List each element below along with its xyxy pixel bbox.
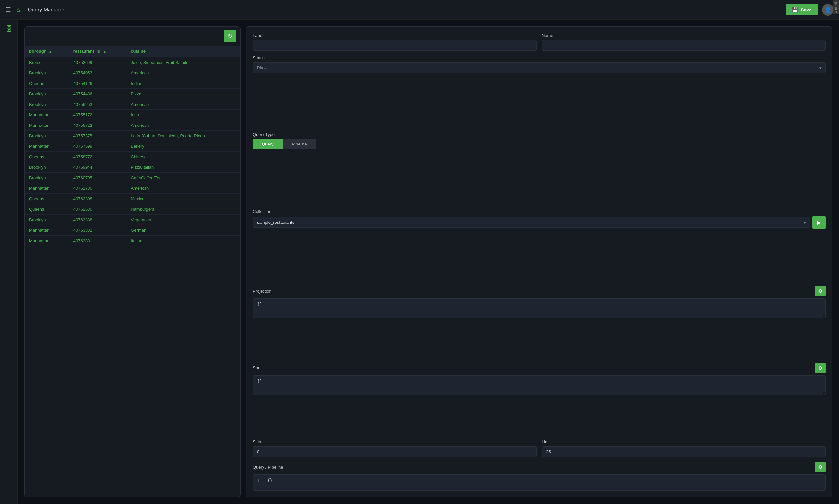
- cell-restaurant_id: 40758772: [69, 152, 126, 162]
- label-group: Label: [253, 33, 536, 51]
- cell-restaurant_id: 40763388: [69, 215, 126, 225]
- cell-restaurant_id: 40757375: [69, 131, 126, 141]
- table-toolbar: ↻: [24, 26, 240, 46]
- label-name-row: Label Name: [253, 33, 825, 51]
- cell-restaurant_id: 40757699: [69, 141, 126, 152]
- sort-arrow-borough: ▲: [49, 50, 52, 53]
- query-pipeline-section: Query / Pipeline ⚙ 1 {}: [253, 462, 825, 490]
- table-row: Brooklyn40754486Pizza: [24, 89, 240, 99]
- limit-label: Limit: [542, 439, 825, 444]
- hamburger-icon[interactable]: ☰: [5, 6, 11, 14]
- table-scroll[interactable]: borough ▲ restaurant_id ▲ cuisine: [24, 46, 240, 497]
- cell-restaurant_id: 40759944: [69, 162, 126, 173]
- name-label: Name: [542, 33, 825, 38]
- status-select[interactable]: Pick...: [253, 62, 825, 73]
- topnav: ☰ ⌂ › Query Manager › 💾 Save 👤 QM-1002: [0, 0, 839, 20]
- cell-borough: Queens: [24, 194, 69, 204]
- cell-cuisine: American: [126, 68, 240, 78]
- sort-settings-button[interactable]: ⚙: [815, 363, 825, 373]
- sort-header: Sort ⚙: [253, 363, 825, 373]
- cell-restaurant_id: 40763881: [69, 236, 126, 246]
- name-input[interactable]: [542, 40, 825, 51]
- cell-restaurant_id: 40755172: [69, 110, 126, 120]
- run-button[interactable]: ▶: [813, 216, 825, 229]
- table-row: Manhattan40757699Bakery: [24, 141, 240, 152]
- cell-cuisine: German: [126, 225, 240, 236]
- table-row: Bronx40752699Juice, Smoothies, Fruit Sal…: [24, 57, 240, 68]
- cell-borough: Brooklyn: [24, 131, 69, 141]
- projection-label: Projection: [253, 289, 272, 294]
- table-row: Queens40762308Mexican: [24, 194, 240, 204]
- col-restaurant-id[interactable]: restaurant_id ▲: [69, 46, 126, 57]
- pipeline-button[interactable]: Pipeline: [283, 139, 316, 149]
- col-borough-label: borough: [29, 49, 47, 54]
- line-number-1: 1: [257, 478, 264, 483]
- sort-settings-icon: ⚙: [818, 365, 823, 371]
- cell-borough: Manhattan: [24, 236, 69, 246]
- sort-arrow-restaurant-id: ▲: [103, 50, 106, 53]
- main-content: ↻ borough ▲ restaurant_id ▲: [18, 20, 839, 504]
- table-row: Brooklyn40760795Café/Coffee/Tea: [24, 173, 240, 183]
- query-type-group: Query Type Query Pipeline: [253, 132, 825, 204]
- query-line-1: 1 {}: [257, 478, 821, 483]
- avatar[interactable]: 👤: [822, 4, 834, 16]
- skip-input[interactable]: [253, 446, 536, 457]
- page-title: Query Manager: [28, 7, 64, 13]
- save-label: Save: [801, 7, 811, 13]
- home-icon[interactable]: ⌂: [16, 6, 20, 14]
- limit-input[interactable]: [542, 446, 825, 457]
- cell-borough: Brooklyn: [24, 173, 69, 183]
- refresh-button[interactable]: ↻: [224, 30, 236, 42]
- projection-settings-button[interactable]: ⚙: [815, 286, 825, 296]
- nav-tag: QM-1002: [833, 0, 839, 14]
- cell-borough: Queens: [24, 204, 69, 215]
- table-body: Bronx40752699Juice, Smoothies, Fruit Sal…: [24, 57, 240, 246]
- name-group: Name: [542, 33, 825, 51]
- cell-borough: Manhattan: [24, 110, 69, 120]
- skip-limit-row: Skip Limit: [253, 439, 825, 457]
- col-restaurant-id-label: restaurant_id: [73, 49, 100, 54]
- sort-editor[interactable]: {}: [253, 375, 825, 395]
- query-pipeline-editor[interactable]: 1 {}: [253, 474, 825, 490]
- label-input[interactable]: [253, 40, 536, 51]
- save-icon: 💾: [792, 6, 799, 13]
- projection-editor[interactable]: {}: [253, 298, 825, 318]
- cell-cuisine: American: [126, 120, 240, 131]
- table-row: Manhattan40755722American: [24, 120, 240, 131]
- projection-settings-icon: ⚙: [818, 288, 823, 294]
- table-row: Brooklyn40756253American: [24, 99, 240, 110]
- table-header: borough ▲ restaurant_id ▲ cuisine: [24, 46, 240, 57]
- projection-group: Projection ⚙ {}: [253, 286, 825, 358]
- cell-cuisine: Café/Coffee/Tea: [126, 173, 240, 183]
- collection-select[interactable]: sample_restaurants: [253, 217, 810, 228]
- table-row: Queens40754126Indian: [24, 78, 240, 89]
- col-borough[interactable]: borough ▲: [24, 46, 69, 57]
- save-button[interactable]: 💾 Save: [786, 4, 818, 15]
- nav-chevron-2: ›: [66, 7, 68, 13]
- cell-restaurant_id: 40754053: [69, 68, 126, 78]
- label-label: Label: [253, 33, 536, 38]
- cell-borough: Bronx: [24, 57, 69, 68]
- table-row: Brooklyn40754053American: [24, 68, 240, 78]
- cell-restaurant_id: 40762308: [69, 194, 126, 204]
- cell-restaurant_id: 40755722: [69, 120, 126, 131]
- cell-borough: Brooklyn: [24, 68, 69, 78]
- refresh-icon: ↻: [228, 33, 233, 40]
- cell-borough: Brooklyn: [24, 215, 69, 225]
- table-row: Manhattan40761780American: [24, 183, 240, 194]
- table-row: Manhattan40755172Irish: [24, 110, 240, 120]
- status-select-wrapper: Pick...: [253, 62, 825, 73]
- cell-borough: Brooklyn: [24, 99, 69, 110]
- cell-restaurant_id: 40754486: [69, 89, 126, 99]
- col-cuisine-label: cuisine: [131, 49, 145, 54]
- query-pipeline-settings-button[interactable]: ⚙: [815, 462, 825, 472]
- status-group: Status Pick...: [253, 55, 825, 127]
- cell-cuisine: Pizza/Italian: [126, 162, 240, 173]
- query-button[interactable]: Query: [253, 139, 283, 149]
- col-cuisine[interactable]: cuisine: [126, 46, 240, 57]
- sort-group: Sort ⚙ {}: [253, 363, 825, 435]
- table-row: Manhattan40763382German: [24, 225, 240, 236]
- cell-borough: Manhattan: [24, 141, 69, 152]
- database-icon[interactable]: 🗄: [5, 25, 13, 33]
- cell-cuisine: Mexican: [126, 194, 240, 204]
